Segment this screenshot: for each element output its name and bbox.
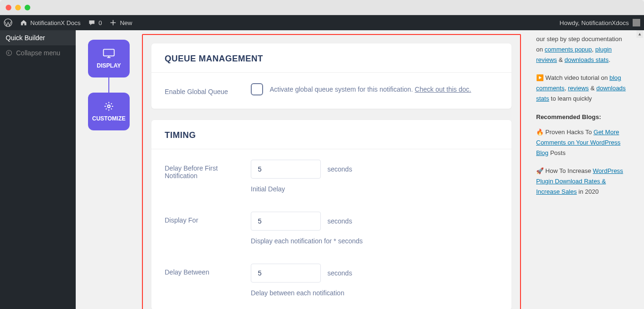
queue-doc-link[interactable]: Check out this doc. bbox=[415, 86, 471, 93]
gear-icon bbox=[102, 101, 115, 112]
sidebar-item-quick-builder[interactable]: Quick Builder bbox=[0, 30, 76, 45]
display-for-help: Display each notification for * seconds bbox=[251, 237, 498, 245]
display-for-input[interactable] bbox=[251, 212, 321, 231]
enable-global-queue-desc: Activate global queue system for this no… bbox=[270, 86, 471, 93]
window-maximize-button[interactable] bbox=[25, 5, 30, 10]
rec-blog-1: 🔥 Proven Hacks To Get More Comments on Y… bbox=[536, 127, 629, 158]
svg-rect-2 bbox=[104, 49, 115, 56]
avatar[interactable] bbox=[633, 19, 640, 26]
right-help-sidebar: our step by step documentation on commen… bbox=[530, 30, 635, 208]
svg-point-5 bbox=[107, 105, 110, 108]
step-display[interactable]: DISPLAY bbox=[88, 40, 130, 77]
play-icon: ▶️ bbox=[536, 74, 544, 81]
enable-global-queue-label: Enable Global Queue bbox=[165, 83, 236, 95]
enable-global-queue-checkbox[interactable] bbox=[251, 83, 263, 95]
display-for-label: Display For bbox=[165, 212, 236, 224]
scroll-up-arrow[interactable]: ▲ bbox=[636, 30, 643, 38]
site-title: NotificationX Docs bbox=[30, 19, 80, 26]
delay-before-label: Delay Before First Notification bbox=[165, 160, 236, 180]
link-comments-popup[interactable]: comments popup bbox=[545, 46, 592, 53]
wordpress-icon bbox=[4, 18, 12, 27]
queue-management-card: QUEUE MANAGEMENT Enable Global Queue Act… bbox=[151, 43, 512, 109]
delay-between-label: Delay Between bbox=[165, 264, 236, 276]
step-customize[interactable]: CUSTOMIZE bbox=[88, 93, 130, 130]
delay-before-input[interactable] bbox=[251, 160, 321, 179]
window-close-button[interactable] bbox=[6, 5, 11, 10]
queue-title: QUEUE MANAGEMENT bbox=[165, 54, 498, 64]
display-for-unit: seconds bbox=[327, 217, 352, 225]
new-label: New bbox=[120, 19, 132, 26]
collapse-label: Collapse menu bbox=[16, 49, 60, 57]
rec-blog-2: 🚀 How To Increase WordPress Plugin Downl… bbox=[536, 166, 629, 197]
recommended-blogs-heading: Recommended Blogs: bbox=[536, 112, 629, 122]
main-content: DISPLAY CUSTOMIZE QUEUE MANAGEMENT bbox=[76, 30, 644, 309]
step-connector bbox=[108, 77, 109, 93]
window-minimize-button[interactable] bbox=[15, 5, 21, 10]
comments-link[interactable]: 0 bbox=[88, 19, 102, 26]
delay-between-input[interactable] bbox=[251, 264, 321, 283]
doc-links-block: our step by step documentation on commen… bbox=[536, 34, 629, 65]
new-link[interactable]: New bbox=[109, 19, 132, 26]
comments-count: 0 bbox=[98, 19, 102, 26]
home-icon bbox=[20, 19, 27, 26]
step-customize-label: CUSTOMIZE bbox=[92, 115, 125, 122]
timing-card: TIMING Delay Before First Notification s… bbox=[151, 120, 512, 309]
wp-admin-sidebar: Quick Builder Collapse menu bbox=[0, 30, 76, 309]
howdy-text[interactable]: Howdy, NotificationXdocs bbox=[560, 19, 629, 26]
queue-desc-text: Activate global queue system for this no… bbox=[270, 86, 415, 93]
settings-panel-highlighted: QUEUE MANAGEMENT Enable Global Queue Act… bbox=[142, 34, 521, 309]
delay-before-help: Initial Delay bbox=[251, 185, 498, 193]
delay-between-unit: seconds bbox=[327, 269, 352, 277]
collapse-menu-button[interactable]: Collapse menu bbox=[0, 45, 76, 60]
delay-before-unit: seconds bbox=[327, 165, 352, 173]
site-link[interactable]: NotificationX Docs bbox=[20, 19, 80, 26]
sidebar-item-label: Quick Builder bbox=[6, 34, 45, 42]
display-icon bbox=[102, 48, 115, 59]
video-intro: Watch video tutorial on bbox=[544, 74, 609, 81]
step-display-label: DISPLAY bbox=[97, 62, 121, 69]
timing-title: TIMING bbox=[165, 130, 498, 140]
plus-icon bbox=[109, 19, 117, 26]
scrollbar[interactable]: ▲ bbox=[636, 30, 643, 309]
video-links-block: ▶️ Watch video tutorial on blog comments… bbox=[536, 73, 629, 104]
browser-chrome bbox=[0, 0, 644, 15]
builder-steps: DISPLAY CUSTOMIZE bbox=[85, 30, 132, 130]
svg-point-1 bbox=[6, 50, 11, 55]
delay-between-help: Delay between each notification bbox=[251, 289, 498, 297]
link-downloads-stats[interactable]: downloads stats bbox=[565, 56, 609, 63]
wp-logo[interactable] bbox=[4, 18, 12, 27]
comment-icon bbox=[88, 19, 96, 26]
rocket-icon: 🚀 bbox=[536, 167, 544, 174]
wp-admin-bar: NotificationX Docs 0 New Howdy, Notifica… bbox=[0, 15, 644, 30]
fire-icon: 🔥 bbox=[536, 129, 544, 136]
chevron-left-circle-icon bbox=[6, 50, 12, 56]
link-reviews[interactable]: reviews bbox=[568, 85, 589, 92]
